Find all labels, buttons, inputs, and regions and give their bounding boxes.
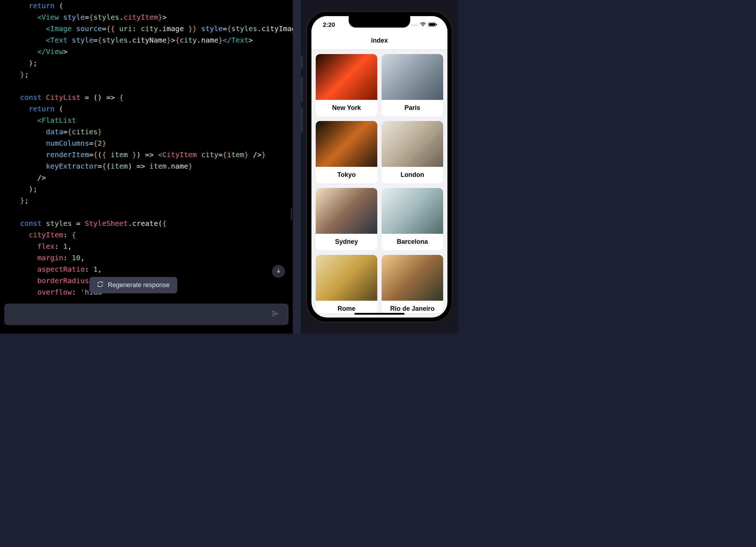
phone-side-button [301,77,303,102]
status-time: 2:20 [323,21,335,29]
phone-side-button [301,55,303,68]
simulator-panel: 2:20 •••• index New YorkParisTokyoLondon… [301,0,458,334]
city-name-label: Barcelona [382,234,443,251]
arrow-down-icon [276,268,281,275]
city-thumbnail [316,255,377,301]
panel-divider [293,0,301,334]
regenerate-response-button[interactable]: Regenerate response [89,277,177,293]
city-name-label: Rome [316,301,377,313]
city-thumbnail [316,54,377,100]
code-block: return ( <View style={styles.cityItem}> … [11,0,293,298]
city-thumbnail [382,121,443,167]
city-card[interactable]: Rio de Janeiro [382,255,443,313]
city-grid[interactable]: New YorkParisTokyoLondonSydneyBarcelonaR… [311,50,447,318]
svg-rect-3 [436,24,437,25]
nav-title: index [311,34,447,50]
regenerate-label: Regenerate response [108,281,170,289]
phone-screen: 2:20 •••• index New YorkParisTokyoLondon… [311,16,447,318]
city-name-label: New York [316,100,377,117]
status-icons: •••• [411,21,437,29]
scrollbar-thumb[interactable] [291,208,292,221]
phone-frame: 2:20 •••• index New YorkParisTokyoLondon… [306,11,452,323]
signal-dots-icon: •••• [411,23,418,27]
city-name-label: Sydney [316,234,377,251]
city-card[interactable]: Sydney [316,188,377,251]
battery-icon [428,21,437,29]
scroll-to-bottom-button[interactable] [272,265,285,278]
city-card[interactable]: Paris [382,54,443,117]
city-thumbnail [316,121,377,167]
chat-code-panel: return ( <View style={styles.cityItem}> … [0,0,293,334]
city-card[interactable]: Barcelona [382,188,443,251]
city-thumbnail [382,54,443,100]
refresh-icon [97,281,103,289]
phone-side-button [301,107,303,132]
city-thumbnail [382,255,443,301]
city-name-label: Rio de Janeiro [382,301,443,313]
city-card[interactable]: Rome [316,255,377,313]
city-card[interactable]: London [382,121,443,184]
wifi-icon [420,21,426,29]
message-composer[interactable] [4,304,289,325]
home-indicator[interactable] [354,313,404,315]
phone-notch [349,16,410,28]
city-thumbnail [316,188,377,234]
city-card[interactable]: New York [316,54,377,117]
svg-point-0 [422,26,423,26]
svg-rect-2 [429,23,435,26]
city-card[interactable]: Tokyo [316,121,377,184]
city-name-label: Tokyo [316,167,377,184]
city-name-label: London [382,167,443,184]
send-icon[interactable] [271,310,279,319]
city-thumbnail [382,188,443,234]
city-name-label: Paris [382,100,443,117]
